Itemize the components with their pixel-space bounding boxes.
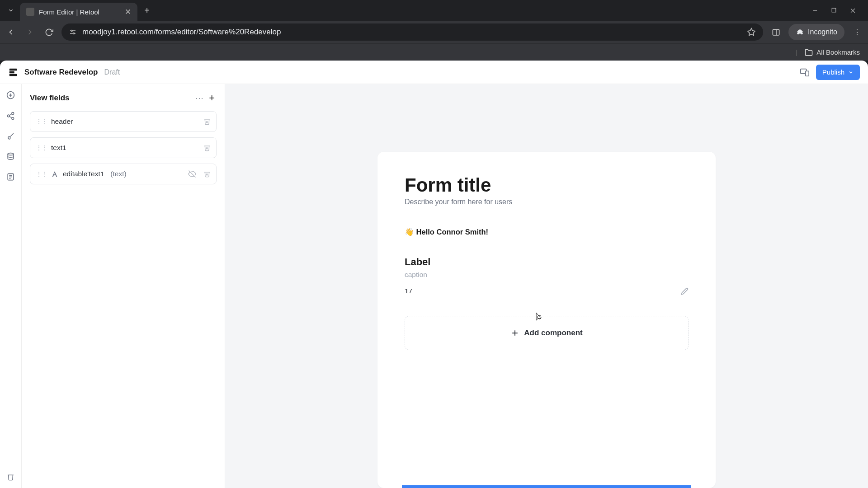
- trash-icon[interactable]: [203, 144, 211, 151]
- status-badge: Draft: [104, 68, 120, 76]
- form-description[interactable]: Describe your form here for users: [405, 198, 689, 206]
- form-canvas: Form title Describe your form here for u…: [225, 84, 868, 488]
- brush-icon[interactable]: [6, 132, 15, 141]
- fields-panel: View fields ⋯ + ⋮⋮ header ⋮⋮ text1 ⋮⋮ ed…: [22, 84, 225, 488]
- add-component-button[interactable]: Add component: [405, 316, 689, 350]
- visibility-off-icon[interactable]: [188, 170, 196, 178]
- form-title[interactable]: Form title: [405, 174, 689, 196]
- publish-button[interactable]: Publish: [816, 65, 860, 80]
- tab-search-icon[interactable]: [5, 4, 17, 17]
- trash-icon[interactable]: [203, 118, 211, 125]
- svg-line-23: [9, 117, 12, 118]
- sidepanel-icon[interactable]: [769, 26, 782, 38]
- add-component-label: Add component: [524, 328, 582, 338]
- field-caption: caption: [405, 271, 689, 279]
- drag-handle-icon[interactable]: ⋮⋮: [36, 144, 47, 151]
- svg-point-19: [12, 113, 14, 115]
- chevron-down-icon: [848, 70, 854, 75]
- tab-title: Form Editor | Retool: [39, 8, 120, 16]
- text-type-icon: [51, 170, 58, 178]
- edit-icon[interactable]: [681, 287, 689, 295]
- svg-rect-13: [9, 74, 17, 76]
- drag-handle-icon[interactable]: ⋮⋮: [36, 170, 47, 178]
- svg-line-22: [9, 114, 12, 115]
- browser-menu-icon[interactable]: ⋮: [851, 26, 863, 38]
- back-button[interactable]: [5, 26, 17, 38]
- incognito-label: Incognito: [808, 28, 837, 36]
- field-name: header: [51, 117, 196, 126]
- svg-point-24: [8, 153, 14, 155]
- field-row-header[interactable]: ⋮⋮ header: [30, 111, 217, 132]
- incognito-badge[interactable]: Incognito: [788, 24, 844, 40]
- drag-handle-icon[interactable]: ⋮⋮: [36, 118, 47, 125]
- url-text: moodjoy1.retool.com/forms/editor/Softwar…: [82, 28, 741, 37]
- svg-rect-11: [9, 68, 17, 70]
- minimize-icon[interactable]: [812, 7, 818, 14]
- browser-tab[interactable]: Form Editor | Retool ✕: [20, 3, 137, 21]
- field-name: text1: [51, 144, 196, 152]
- svg-point-20: [7, 115, 9, 117]
- trash-rail-icon[interactable]: [7, 473, 14, 481]
- panel-title: View fields: [30, 94, 192, 103]
- bookmark-star-icon[interactable]: [747, 28, 756, 37]
- field-row-text1[interactable]: ⋮⋮ text1: [30, 137, 217, 158]
- close-window-icon[interactable]: [849, 7, 856, 14]
- svg-point-6: [71, 30, 72, 32]
- retool-logo-icon[interactable]: [8, 67, 18, 77]
- svg-rect-1: [832, 8, 836, 12]
- plus-icon: [510, 328, 519, 338]
- publish-label: Publish: [822, 68, 844, 76]
- svg-rect-9: [773, 29, 779, 35]
- svg-point-21: [12, 117, 14, 120]
- field-name: editableText1: [63, 170, 104, 178]
- responsive-icon[interactable]: [800, 67, 810, 77]
- favicon-icon: [26, 8, 34, 16]
- app-header: Software Redevelop Draft Publish: [0, 61, 868, 84]
- field-value[interactable]: 17: [405, 287, 681, 295]
- notes-icon[interactable]: [6, 173, 15, 181]
- svg-rect-12: [9, 71, 14, 73]
- form-card: Form title Describe your form here for u…: [377, 152, 716, 488]
- selection-indicator: [402, 485, 691, 488]
- divider: |: [796, 48, 797, 56]
- close-tab-icon[interactable]: ✕: [125, 7, 131, 17]
- field-label[interactable]: Label: [405, 256, 689, 268]
- greeting-text[interactable]: 👋 Hello Connor Smith!: [405, 228, 689, 236]
- address-bar[interactable]: moodjoy1.retool.com/forms/editor/Softwar…: [61, 23, 763, 41]
- reload-button[interactable]: [42, 26, 55, 38]
- svg-marker-8: [748, 28, 755, 36]
- add-tool-icon[interactable]: [6, 90, 15, 100]
- new-tab-button[interactable]: +: [140, 4, 154, 17]
- panel-menu-icon[interactable]: ⋯: [192, 93, 207, 103]
- add-field-button[interactable]: +: [207, 92, 217, 104]
- svg-point-7: [73, 33, 75, 34]
- share-icon[interactable]: [6, 112, 15, 120]
- all-bookmarks-link[interactable]: All Bookmarks: [816, 48, 860, 56]
- svg-rect-15: [806, 71, 809, 76]
- field-row-editabletext1[interactable]: ⋮⋮ editableText1 (text): [30, 164, 217, 184]
- database-icon[interactable]: [6, 152, 15, 161]
- tool-rail: [0, 84, 22, 488]
- field-type: (text): [110, 170, 184, 178]
- maximize-icon[interactable]: [831, 7, 837, 14]
- site-settings-icon[interactable]: [69, 28, 77, 36]
- forward-button: [24, 26, 36, 38]
- trash-icon[interactable]: [203, 170, 211, 178]
- folder-icon: [805, 48, 813, 56]
- app-title: Software Redevelop: [24, 68, 98, 77]
